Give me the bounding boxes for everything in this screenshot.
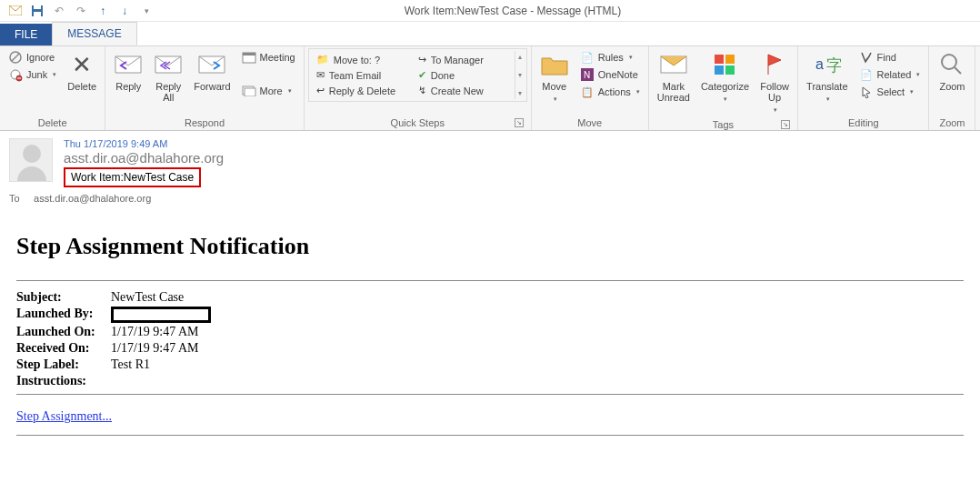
mark-unread-button[interactable]: Mark Unread — [653, 48, 695, 105]
ignore-icon — [8, 50, 23, 65]
divider — [16, 435, 964, 436]
categorize-button[interactable]: Categorize▾ — [696, 48, 754, 106]
move-button[interactable]: Move▾ — [535, 48, 574, 106]
field-subject: Subject:NewTest Case — [16, 290, 964, 305]
qs-done[interactable]: ✔Done — [415, 68, 513, 82]
message-to-row: To asst.dir.oa@dhalahore.org — [9, 193, 969, 204]
group-quicksteps: 📁Move to: ? ✉Team Email ↩Reply & Delete … — [305, 46, 532, 130]
message-header: Thu 1/17/2019 9:49 AM asst.dir.oa@dhalah… — [0, 131, 980, 207]
group-label-quicksteps: Quick Steps↘ — [308, 116, 527, 130]
reply-all-icon — [154, 50, 183, 79]
related-button[interactable]: 📄Related▾ — [856, 66, 924, 83]
delete-icon: ✕ — [67, 50, 96, 79]
reply-icon — [114, 50, 143, 79]
more-button[interactable]: More▾ — [239, 83, 298, 99]
tab-message[interactable]: MESSAGE — [52, 22, 136, 45]
group-label-tags: Tags↘ — [653, 117, 794, 132]
mark-unread-icon — [659, 50, 688, 79]
rules-button[interactable]: 📄Rules▾ — [577, 49, 643, 65]
prev-icon[interactable]: ↑ — [95, 3, 111, 19]
flag-icon — [760, 50, 789, 79]
next-icon[interactable]: ↓ — [116, 3, 133, 19]
quicksteps-scroll[interactable]: ▴ ▾ ▾ — [515, 51, 525, 99]
undo-icon[interactable]: ↶ — [51, 3, 67, 19]
select-button[interactable]: Select▾ — [856, 84, 924, 100]
group-zoom: Zoom Zoom — [929, 46, 975, 130]
svg-rect-2 — [34, 5, 41, 9]
categorize-icon — [710, 50, 739, 79]
group-label-zoom: Zoom — [933, 116, 971, 130]
save-icon[interactable] — [29, 3, 45, 19]
tab-file[interactable]: FILE — [0, 24, 52, 45]
rules-icon: 📄 — [580, 50, 595, 65]
mail-icon: ✉ — [316, 69, 325, 81]
meeting-button[interactable]: Meeting — [239, 49, 298, 65]
svg-line-23 — [955, 67, 961, 74]
new-icon: ↯ — [418, 85, 426, 96]
check-icon: ✔ — [418, 69, 426, 81]
redo-icon[interactable]: ↷ — [73, 3, 89, 19]
to-label: To — [9, 193, 31, 204]
folder-icon: 📁 — [316, 54, 329, 65]
group-move: Move▾ 📄Rules▾ NOneNote 📋Actions▾ Move — [532, 46, 649, 130]
group-label-delete: Delete — [4, 116, 101, 130]
onenote-icon: N — [580, 67, 595, 82]
field-instructions: Instructions: — [16, 374, 964, 388]
reply-button[interactable]: Reply — [109, 48, 147, 94]
follow-up-button[interactable]: Follow Up▾ — [755, 48, 794, 117]
message-body: Step Assignment Notification Subject:New… — [0, 207, 980, 454]
find-button[interactable]: Find — [856, 49, 924, 65]
group-tags: Mark Unread Categorize▾ Follow Up▾ Tags↘ — [649, 46, 798, 130]
step-assignment-link[interactable]: Step Assignment... — [16, 409, 112, 424]
svg-rect-17 — [725, 55, 735, 64]
quicksteps-gallery[interactable]: 📁Move to: ? ✉Team Email ↩Reply & Delete … — [308, 48, 527, 102]
message-from: asst.dir.oa@dhalahore.org — [64, 150, 969, 166]
qat-customize-icon[interactable]: ▾ — [138, 3, 155, 19]
junk-icon — [8, 67, 23, 82]
svg-text:字: 字 — [826, 56, 841, 75]
qs-to-manager[interactable]: ↪To Manager — [415, 53, 513, 66]
onenote-button[interactable]: NOneNote — [577, 66, 643, 83]
translate-icon: a字 — [813, 50, 842, 79]
forward-button[interactable]: Forward — [189, 48, 235, 94]
tags-launcher[interactable]: ↘ — [781, 120, 790, 129]
svg-rect-10 — [243, 53, 255, 55]
junk-button[interactable]: Junk▾ — [5, 66, 59, 83]
zoom-icon — [937, 50, 966, 79]
delete-button[interactable]: ✕ Delete — [63, 48, 101, 94]
meeting-icon — [242, 50, 256, 65]
svg-point-22 — [942, 55, 956, 69]
ribbon: Ignore Junk▾ ✕ Delete Delete Reply — [0, 45, 980, 131]
forward-icon: ↪ — [418, 54, 426, 65]
reply-all-button[interactable]: Reply All — [149, 48, 187, 105]
actions-button[interactable]: 📋Actions▾ — [577, 84, 643, 100]
to-value: asst.dir.oa@dhalahore.org — [34, 193, 151, 204]
svg-rect-19 — [725, 65, 735, 75]
mail-icon[interactable] — [7, 3, 24, 19]
select-icon — [859, 85, 874, 99]
divider — [16, 394, 964, 395]
group-label-editing: Editing — [802, 116, 925, 130]
divider — [16, 280, 964, 281]
qs-reply-delete[interactable]: ↩Reply & Delete — [313, 84, 411, 97]
quick-access-toolbar: ↶ ↷ ↑ ↓ ▾ — [0, 3, 155, 19]
qs-move-to[interactable]: 📁Move to: ? — [313, 53, 411, 66]
sender-avatar — [9, 138, 53, 182]
move-folder-icon — [540, 50, 569, 79]
zoom-button[interactable]: Zoom — [933, 48, 971, 94]
ribbon-tabs: FILE MESSAGE — [0, 22, 980, 45]
forward-icon — [197, 50, 226, 79]
qs-more-icon[interactable]: ▾ — [518, 89, 522, 97]
qs-up-icon[interactable]: ▴ — [518, 53, 522, 61]
group-label-respond: Respond — [109, 116, 299, 130]
svg-rect-12 — [245, 88, 255, 96]
translate-button[interactable]: a字 Translate▾ — [802, 48, 852, 106]
qs-down-icon[interactable]: ▾ — [518, 71, 522, 79]
qs-team-email[interactable]: ✉Team Email — [313, 68, 411, 82]
message-subject: Work Item:NewTest Case — [64, 167, 201, 187]
svg-text:N: N — [584, 70, 590, 80]
qs-create-new[interactable]: ↯Create New — [415, 84, 513, 97]
ignore-button[interactable]: Ignore — [5, 49, 59, 65]
qs-launcher[interactable]: ↘ — [515, 118, 524, 127]
group-delete: Ignore Junk▾ ✕ Delete Delete — [0, 46, 105, 130]
